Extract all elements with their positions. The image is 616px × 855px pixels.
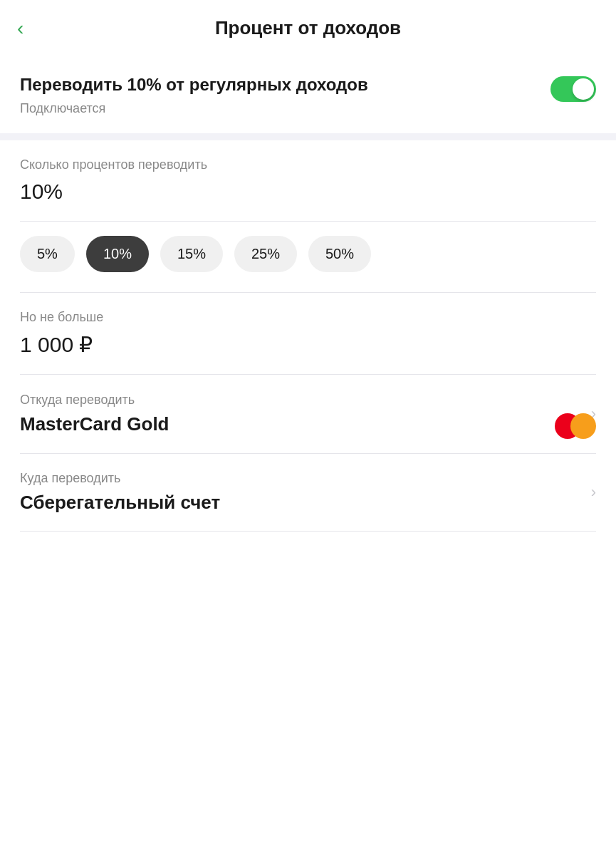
from-content: Откуда переводить MasterCard Gold [20, 393, 591, 435]
toggle-sub-label: Подключается [20, 101, 536, 116]
toggle-main-label: Переводить 10% от регулярных доходов [20, 73, 536, 95]
thin-divider-5 [20, 531, 596, 532]
max-label: Но не больше [20, 310, 596, 325]
percent-chip-50[interactable]: 50% [308, 236, 371, 272]
max-amount-section: Но не больше 1 000 ₽ [0, 293, 616, 374]
from-label: Откуда переводить [20, 393, 591, 408]
to-label: Куда переводить [20, 471, 591, 486]
percent-value-section: Сколько процентов переводить 10% [0, 140, 616, 221]
percent-chip-10[interactable]: 10% [86, 236, 149, 272]
to-chevron-icon: › [591, 483, 596, 502]
section-divider-1 [0, 133, 616, 140]
toggle-label-group: Переводить 10% от регулярных доходов Под… [20, 73, 536, 116]
to-content: Куда переводить Сберегательный счет [20, 471, 591, 514]
page-title: Процент от доходов [215, 17, 401, 39]
percent-chip-5[interactable]: 5% [20, 236, 75, 272]
percent-chip-15[interactable]: 15% [160, 236, 223, 272]
max-value: 1 000 ₽ [20, 332, 596, 357]
back-button[interactable]: ‹ [17, 19, 24, 38]
percent-options: 5% 10% 15% 25% 50% [0, 222, 616, 292]
percent-label: Сколько процентов переводить [20, 157, 596, 172]
to-section[interactable]: Куда переводить Сберегательный счет › [0, 454, 616, 531]
mastercard-orange-circle [570, 413, 596, 439]
header: ‹ Процент от доходов [0, 0, 616, 53]
mastercard-logo [555, 413, 596, 439]
toggle-section: Переводить 10% от регулярных доходов Под… [0, 53, 616, 133]
percent-chip-25[interactable]: 25% [234, 236, 297, 272]
toggle-switch[interactable] [550, 76, 596, 102]
to-value: Сберегательный счет [20, 492, 591, 514]
from-section[interactable]: Откуда переводить MasterCard Gold › [0, 375, 616, 453]
from-value: MasterCard Gold [20, 413, 591, 435]
percent-value: 10% [20, 180, 596, 204]
